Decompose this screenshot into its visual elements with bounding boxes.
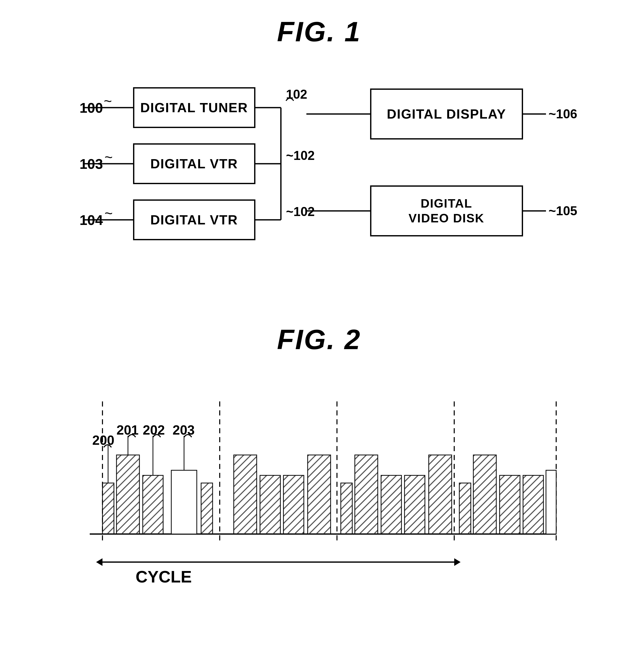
svg-text:201: 201: [117, 423, 139, 437]
svg-text:104: 104: [80, 212, 103, 228]
svg-text:~: ~: [104, 93, 112, 109]
svg-rect-37: [283, 475, 304, 534]
svg-text:203: 203: [172, 423, 195, 437]
svg-rect-35: [234, 455, 257, 534]
svg-rect-42: [404, 475, 425, 534]
svg-rect-36: [260, 475, 280, 534]
svg-rect-47: [523, 475, 543, 534]
diagram1: 100 ~ 103 ~ 104 ~: [77, 68, 561, 277]
svg-text:~102: ~102: [286, 148, 315, 163]
svg-marker-59: [454, 558, 460, 566]
digital-display-box: DIGITAL DISPLAY: [370, 88, 523, 140]
svg-rect-38: [308, 455, 331, 534]
svg-marker-58: [96, 558, 102, 566]
svg-text:CYCLE: CYCLE: [136, 568, 192, 586]
svg-text:~102: ~102: [286, 204, 315, 219]
digital-vtr2-box: DIGITAL VTR: [133, 199, 255, 240]
diagram2-svg: 200 201 202 203: [77, 376, 561, 605]
svg-rect-48: [546, 470, 556, 534]
svg-text:~105: ~105: [549, 204, 577, 218]
page-container: FIG. 1 100 ~ 103 ~: [0, 0, 638, 621]
svg-rect-43: [429, 455, 452, 534]
svg-rect-40: [355, 455, 378, 534]
svg-rect-34: [201, 483, 213, 534]
diagram2: 200 201 202 203: [77, 376, 561, 605]
digital-vtr1-box: DIGITAL VTR: [133, 143, 255, 184]
svg-rect-46: [500, 475, 520, 534]
svg-text:~: ~: [104, 205, 113, 221]
svg-rect-33: [171, 470, 197, 534]
svg-text:102: 102: [286, 87, 307, 101]
svg-rect-41: [381, 475, 401, 534]
svg-text:103: 103: [80, 156, 103, 172]
svg-rect-31: [117, 455, 139, 534]
digital-video-disk-box: DIGITAL VIDEO DISK: [370, 185, 523, 236]
svg-text:~106: ~106: [549, 107, 577, 121]
svg-text:202: 202: [143, 423, 165, 437]
svg-rect-30: [102, 483, 114, 534]
svg-rect-32: [143, 475, 163, 534]
svg-text:~: ~: [104, 149, 113, 165]
svg-rect-39: [341, 483, 352, 534]
svg-rect-45: [473, 455, 496, 534]
fig1-title: FIG. 1: [277, 15, 361, 48]
fig2-title: FIG. 2: [277, 323, 361, 356]
digital-tuner-box: DIGITAL TUNER: [133, 87, 255, 128]
svg-text:100: 100: [80, 100, 103, 116]
fig1-section: FIG. 1 100 ~ 103 ~: [26, 15, 612, 277]
svg-rect-44: [459, 483, 471, 534]
fig2-section: FIG. 2: [26, 323, 612, 605]
svg-text:200: 200: [92, 433, 115, 447]
